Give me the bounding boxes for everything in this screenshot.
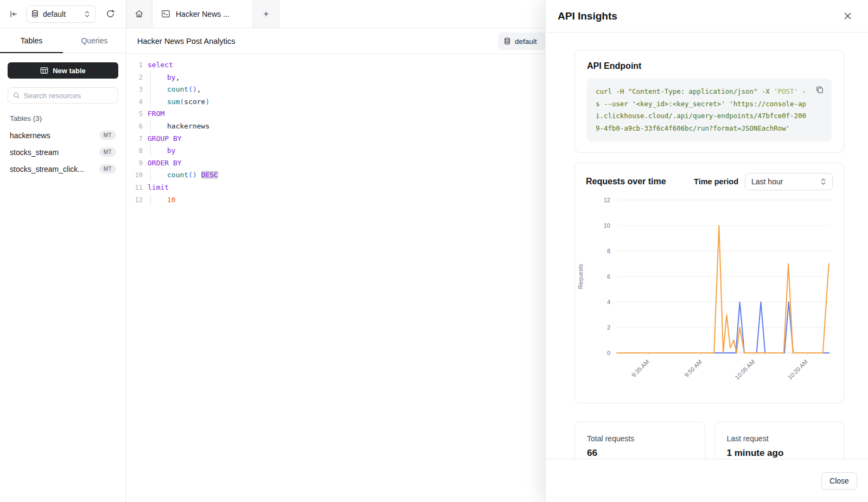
stat-card: Total requests66 (575, 422, 705, 459)
code-token: limit (148, 183, 169, 191)
new-tab-button[interactable]: + (253, 0, 279, 28)
line-number: 7 (126, 133, 143, 145)
panel-header: API Insights (546, 0, 868, 33)
code-token: by (167, 146, 176, 155)
close-panel-button[interactable] (840, 9, 855, 24)
line-number: 8 (126, 145, 143, 157)
code-token: count (167, 171, 188, 179)
requests-orange (617, 226, 829, 353)
stat-label: Last request (727, 434, 832, 443)
code-token: score (184, 98, 205, 106)
time-period-select[interactable]: Last hour (745, 173, 833, 190)
api-endpoint-card: API Endpoint curl -H "Content-Type: appl… (575, 50, 844, 153)
svg-text:4: 4 (607, 299, 610, 305)
home-icon (135, 9, 144, 18)
table-name: stocks_stream_click... (10, 165, 84, 173)
collapse-left-icon (9, 10, 18, 18)
close-icon (844, 12, 852, 20)
refresh-icon (106, 9, 115, 18)
svg-text:9:50 AM: 9:50 AM (683, 358, 703, 378)
code-token (197, 171, 201, 179)
svg-text:10:20 AM: 10:20 AM (787, 358, 809, 381)
stat-value: 1 minute ago (727, 448, 832, 459)
sidebar: default Tables Queries New table Tables … (0, 0, 126, 502)
sidebar-content: New table Tables (3) hackernewsMTstocks_… (0, 53, 126, 177)
database-selector[interactable]: default (26, 5, 95, 23)
time-period-value: Last hour (751, 177, 820, 186)
indent-guide (150, 72, 167, 84)
time-period-label: Time period (694, 177, 738, 186)
code-token: by (167, 73, 176, 81)
svg-text:2: 2 (607, 324, 610, 331)
indent-guide (150, 194, 167, 207)
refresh-button[interactable] (103, 7, 117, 21)
panel-title: API Insights (558, 10, 617, 22)
table-engine-badge: MT (99, 147, 116, 157)
code-token: , (197, 85, 201, 93)
table-name: stocks_stream (10, 148, 59, 157)
close-button[interactable]: Close (821, 472, 857, 490)
code-token: GROUP BY (148, 134, 182, 143)
requests-chart: 0246810129:35 AM9:50 AM10:05 AM10:20 AMR… (575, 196, 845, 395)
line-number: 6 (126, 120, 143, 133)
stat-card: Last request1 minute ago (714, 422, 845, 459)
tab-hacker-news[interactable]: Hacker News ... (152, 0, 253, 28)
table-row[interactable]: stocks_streamMT (8, 144, 118, 160)
svg-text:12: 12 (604, 197, 610, 203)
clickhouse-console-app: default Tables Queries New table Tables … (0, 0, 868, 502)
table-row[interactable]: stocks_stream_click...MT (8, 160, 118, 177)
new-table-button[interactable]: New table (8, 62, 118, 79)
query-terminal-icon (161, 9, 170, 18)
code-token: , (176, 73, 180, 81)
tab-queries-label: Queries (81, 36, 107, 45)
indent-guide (150, 169, 167, 182)
home-button[interactable] (126, 0, 152, 28)
line-number: 5 (126, 108, 143, 120)
panel-body: API Endpoint curl -H "Content-Type: appl… (546, 33, 868, 459)
panel-footer: Close (546, 459, 868, 502)
search-input[interactable] (24, 92, 113, 100)
stats-row: Total requests66Last request1 minute ago (575, 422, 844, 459)
tables-list: hackernewsMTstocks_streamMTstocks_stream… (8, 127, 118, 177)
table-engine-badge: MT (99, 131, 116, 140)
code-token: ) (205, 98, 209, 106)
chevron-up-down-icon (820, 178, 826, 185)
table-grid-icon (40, 67, 48, 74)
code-token: sum (167, 98, 180, 106)
line-number: 11 (126, 182, 143, 194)
code-token: () (188, 171, 197, 179)
tab-tables-label: Tables (21, 36, 42, 45)
tab-queries[interactable]: Queries (63, 28, 126, 53)
code-token: count (167, 85, 188, 93)
line-number: 12 (126, 194, 143, 207)
svg-text:0: 0 (607, 350, 610, 356)
indent-guide (150, 120, 167, 133)
api-endpoint-heading: API Endpoint (587, 61, 832, 71)
line-number: 2 (126, 72, 143, 84)
line-number: 10 (126, 169, 143, 182)
sidebar-tabs: Tables Queries (0, 28, 126, 53)
database-selector-label: default (43, 10, 80, 18)
svg-text:8: 8 (607, 248, 610, 254)
svg-text:9:35 AM: 9:35 AM (630, 358, 650, 378)
copy-button[interactable] (813, 83, 826, 96)
line-number: 4 (126, 96, 143, 108)
chevron-up-down-icon (84, 10, 90, 18)
sidebar-toolbar: default (0, 0, 126, 28)
stat-value: 66 (587, 448, 693, 459)
requests-heading: Requests over time (586, 177, 666, 186)
requests-over-time-card: Requests over time Time period Last hour… (575, 163, 844, 403)
database-icon (31, 10, 39, 18)
editor-database-label: default (515, 37, 537, 46)
collapse-sidebar-button[interactable] (7, 7, 21, 21)
indent-guide (150, 145, 167, 157)
api-insights-panel: API Insights API Endpoint curl -H "Conte… (545, 0, 868, 502)
table-row[interactable]: hackernewsMT (8, 127, 118, 144)
line-number: 3 (126, 83, 143, 96)
requests-card-header: Requests over time Time period Last hour (575, 173, 844, 190)
code-token: ORDER BY (148, 159, 182, 167)
code-token: hackernews (167, 122, 209, 130)
svg-text:6: 6 (607, 273, 610, 280)
database-icon (504, 37, 510, 45)
tab-tables[interactable]: Tables (0, 28, 63, 53)
